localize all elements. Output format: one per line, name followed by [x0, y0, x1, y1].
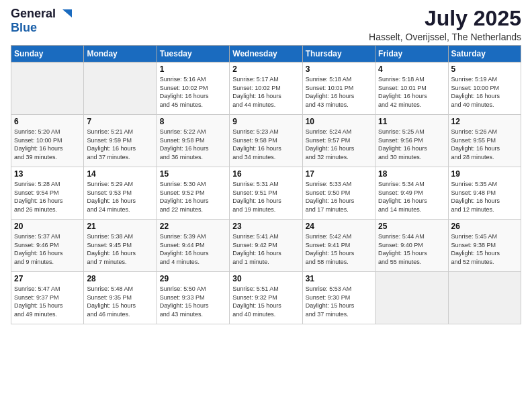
calendar-cell: 28Sunrise: 5:48 AM Sunset: 9:35 PM Dayli… — [84, 272, 157, 324]
calendar-cell: 17Sunrise: 5:33 AM Sunset: 9:50 PM Dayli… — [302, 167, 375, 220]
col-header-tuesday: Tuesday — [157, 46, 229, 62]
calendar-cell: 21Sunrise: 5:38 AM Sunset: 9:45 PM Dayli… — [84, 220, 157, 272]
day-info: Sunrise: 5:26 AM Sunset: 9:55 PM Dayligh… — [451, 128, 518, 161]
col-header-thursday: Thursday — [302, 46, 375, 62]
day-number: 31 — [306, 274, 372, 283]
day-number: 9 — [232, 117, 299, 126]
day-number: 21 — [87, 222, 153, 231]
svg-marker-0 — [62, 9, 72, 17]
day-number: 12 — [451, 117, 518, 126]
col-header-sunday: Sunday — [11, 46, 84, 62]
day-number: 23 — [232, 222, 299, 231]
day-info: Sunrise: 5:19 AM Sunset: 10:00 PM Daylig… — [451, 75, 518, 109]
day-number: 28 — [87, 274, 153, 283]
col-header-saturday: Saturday — [448, 46, 521, 62]
calendar-cell: 12Sunrise: 5:26 AM Sunset: 9:55 PM Dayli… — [448, 115, 521, 167]
logo-general-text: General — [11, 7, 56, 21]
calendar-cell: 8Sunrise: 5:22 AM Sunset: 9:58 PM Daylig… — [157, 115, 229, 167]
week-row-0: 1Sunrise: 5:16 AM Sunset: 10:02 PM Dayli… — [11, 62, 521, 115]
calendar-cell: 4Sunrise: 5:18 AM Sunset: 10:01 PM Dayli… — [375, 62, 448, 115]
day-number: 22 — [160, 222, 226, 231]
calendar-cell: 18Sunrise: 5:34 AM Sunset: 9:49 PM Dayli… — [375, 167, 448, 220]
calendar-cell: 15Sunrise: 5:30 AM Sunset: 9:52 PM Dayli… — [157, 167, 229, 220]
week-row-2: 13Sunrise: 5:28 AM Sunset: 9:54 PM Dayli… — [11, 167, 521, 220]
day-info: Sunrise: 5:17 AM Sunset: 10:02 PM Daylig… — [232, 75, 299, 109]
day-number: 7 — [87, 117, 153, 126]
calendar-cell: 19Sunrise: 5:35 AM Sunset: 9:48 PM Dayli… — [448, 167, 521, 220]
logo: General Blue — [11, 7, 72, 35]
calendar-cell: 30Sunrise: 5:51 AM Sunset: 9:32 PM Dayli… — [230, 272, 302, 324]
day-number: 18 — [378, 169, 445, 179]
day-info: Sunrise: 5:21 AM Sunset: 9:59 PM Dayligh… — [87, 128, 153, 161]
calendar-cell: 1Sunrise: 5:16 AM Sunset: 10:02 PM Dayli… — [157, 62, 229, 115]
day-info: Sunrise: 5:39 AM Sunset: 9:44 PM Dayligh… — [160, 232, 226, 266]
calendar-cell: 27Sunrise: 5:47 AM Sunset: 9:37 PM Dayli… — [11, 272, 84, 324]
day-info: Sunrise: 5:38 AM Sunset: 9:45 PM Dayligh… — [87, 232, 153, 266]
day-info: Sunrise: 5:18 AM Sunset: 10:01 PM Daylig… — [378, 75, 445, 109]
calendar-cell: 29Sunrise: 5:50 AM Sunset: 9:33 PM Dayli… — [157, 272, 229, 324]
month-title: July 2025 — [369, 7, 521, 30]
day-number: 24 — [306, 222, 372, 231]
week-row-3: 20Sunrise: 5:37 AM Sunset: 9:46 PM Dayli… — [11, 220, 521, 272]
day-info: Sunrise: 5:50 AM Sunset: 9:33 PM Dayligh… — [160, 285, 226, 318]
day-number: 26 — [451, 222, 518, 231]
day-info: Sunrise: 5:45 AM Sunset: 9:38 PM Dayligh… — [451, 232, 518, 266]
day-number: 11 — [378, 117, 445, 126]
day-number: 5 — [451, 64, 518, 74]
day-number: 6 — [14, 117, 81, 126]
day-info: Sunrise: 5:31 AM Sunset: 9:51 PM Dayligh… — [232, 180, 299, 214]
day-info: Sunrise: 5:22 AM Sunset: 9:58 PM Dayligh… — [160, 128, 226, 161]
calendar-cell: 3Sunrise: 5:18 AM Sunset: 10:01 PM Dayli… — [302, 62, 375, 115]
calendar-cell: 10Sunrise: 5:24 AM Sunset: 9:57 PM Dayli… — [302, 115, 375, 167]
calendar-cell: 7Sunrise: 5:21 AM Sunset: 9:59 PM Daylig… — [84, 115, 157, 167]
day-info: Sunrise: 5:18 AM Sunset: 10:01 PM Daylig… — [306, 75, 372, 109]
col-header-monday: Monday — [84, 46, 157, 62]
day-info: Sunrise: 5:34 AM Sunset: 9:49 PM Dayligh… — [378, 180, 445, 214]
day-info: Sunrise: 5:29 AM Sunset: 9:53 PM Dayligh… — [87, 180, 153, 214]
calendar-cell — [84, 62, 157, 115]
calendar-cell: 22Sunrise: 5:39 AM Sunset: 9:44 PM Dayli… — [157, 220, 229, 272]
day-number: 2 — [232, 64, 299, 74]
calendar-cell: 13Sunrise: 5:28 AM Sunset: 9:54 PM Dayli… — [11, 167, 84, 220]
calendar-cell: 2Sunrise: 5:17 AM Sunset: 10:02 PM Dayli… — [230, 62, 302, 115]
day-number: 20 — [14, 222, 81, 231]
calendar-cell: 9Sunrise: 5:23 AM Sunset: 9:58 PM Daylig… — [230, 115, 302, 167]
calendar-cell: 23Sunrise: 5:41 AM Sunset: 9:42 PM Dayli… — [230, 220, 302, 272]
day-number: 3 — [306, 64, 372, 74]
day-number: 17 — [306, 169, 372, 179]
day-info: Sunrise: 5:48 AM Sunset: 9:35 PM Dayligh… — [87, 285, 153, 318]
day-number: 1 — [160, 64, 226, 74]
day-info: Sunrise: 5:24 AM Sunset: 9:57 PM Dayligh… — [306, 128, 372, 161]
day-info: Sunrise: 5:16 AM Sunset: 10:02 PM Daylig… — [160, 75, 226, 109]
day-number: 16 — [232, 169, 299, 179]
day-number: 27 — [14, 274, 81, 283]
header: General Blue July 2025 Hasselt, Overijss… — [11, 7, 521, 42]
calendar-cell: 20Sunrise: 5:37 AM Sunset: 9:46 PM Dayli… — [11, 220, 84, 272]
day-number: 13 — [14, 169, 81, 179]
logo-blue-text: Blue — [11, 21, 37, 35]
day-info: Sunrise: 5:51 AM Sunset: 9:32 PM Dayligh… — [232, 285, 299, 318]
day-info: Sunrise: 5:33 AM Sunset: 9:50 PM Dayligh… — [306, 180, 372, 214]
calendar-cell — [11, 62, 84, 115]
day-number: 4 — [378, 64, 445, 74]
day-info: Sunrise: 5:23 AM Sunset: 9:58 PM Dayligh… — [232, 128, 299, 161]
calendar-cell: 5Sunrise: 5:19 AM Sunset: 10:00 PM Dayli… — [448, 62, 521, 115]
calendar: SundayMondayTuesdayWednesdayThursdayFrid… — [11, 45, 521, 324]
week-row-1: 6Sunrise: 5:20 AM Sunset: 10:00 PM Dayli… — [11, 115, 521, 167]
day-number: 29 — [160, 274, 226, 283]
calendar-cell — [448, 272, 521, 324]
header-row: SundayMondayTuesdayWednesdayThursdayFrid… — [11, 46, 521, 62]
calendar-cell: 11Sunrise: 5:25 AM Sunset: 9:56 PM Dayli… — [375, 115, 448, 167]
subtitle: Hasselt, Overijssel, The Netherlands — [369, 32, 521, 42]
day-info: Sunrise: 5:35 AM Sunset: 9:48 PM Dayligh… — [451, 180, 518, 214]
calendar-cell: 14Sunrise: 5:29 AM Sunset: 9:53 PM Dayli… — [84, 167, 157, 220]
day-info: Sunrise: 5:42 AM Sunset: 9:41 PM Dayligh… — [306, 232, 372, 266]
day-number: 10 — [306, 117, 372, 126]
calendar-cell: 31Sunrise: 5:53 AM Sunset: 9:30 PM Dayli… — [302, 272, 375, 324]
week-row-4: 27Sunrise: 5:47 AM Sunset: 9:37 PM Dayli… — [11, 272, 521, 324]
page: General Blue July 2025 Hasselt, Overijss… — [0, 0, 532, 331]
day-number: 8 — [160, 117, 226, 126]
logo-icon — [57, 7, 72, 21]
col-header-wednesday: Wednesday — [230, 46, 302, 62]
calendar-cell: 6Sunrise: 5:20 AM Sunset: 10:00 PM Dayli… — [11, 115, 84, 167]
